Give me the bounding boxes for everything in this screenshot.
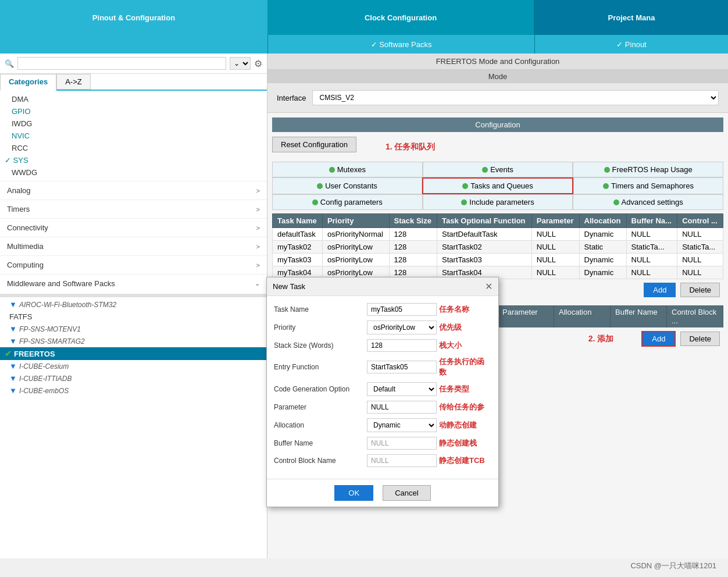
col-stack: Stack Size: [389, 214, 437, 228]
tab-mutexes[interactable]: Mutexes: [272, 162, 423, 177]
tab-advanced-settings[interactable]: Advanced settings: [573, 194, 723, 210]
tab-user-constants[interactable]: User Constants: [272, 177, 422, 194]
delete-button-1[interactable]: Delete: [680, 283, 720, 297]
sidebar-category-multimedia[interactable]: Multimedia >: [0, 237, 267, 255]
sw-item-cesium[interactable]: ▼ I-CUBE-Cesium: [0, 360, 267, 372]
entry-function-input[interactable]: [367, 361, 437, 373]
control-block-input[interactable]: [367, 454, 437, 467]
search-dropdown[interactable]: ⌄: [230, 57, 251, 70]
sidebar-item-iwdg[interactable]: IWDG: [0, 117, 267, 130]
tab-include-params[interactable]: Include parameters: [423, 194, 573, 210]
buffer-name-input[interactable]: [367, 437, 437, 450]
tab-heap-usage[interactable]: FreeRTOS Heap Usage: [573, 162, 723, 177]
priority-select[interactable]: osPriorityLow: [367, 320, 437, 334]
delete-button-2[interactable]: Delete: [680, 332, 720, 346]
sidebar-category-computing[interactable]: Computing >: [0, 255, 267, 274]
table-row[interactable]: defaultTaskosPriorityNormal128StartDefau…: [273, 228, 723, 241]
sidebar-item-rcc[interactable]: RCC: [0, 142, 267, 154]
sw-item-motenv[interactable]: ▼ FP-SNS-MOTENV1: [0, 323, 267, 335]
sw-item-fatfs[interactable]: FATFS: [0, 311, 267, 323]
col-ctrl: Control ...: [677, 214, 723, 228]
top-nav: Pinout & Configuration Clock Configurati…: [0, 0, 728, 35]
watermark: CSDN @一只大喵咪1201: [630, 561, 716, 571]
sw-item-airoc[interactable]: ▼ AIROC-Wi-Fi-Bluetooth-STM32: [0, 298, 267, 311]
dialog-ok-button[interactable]: OK: [334, 485, 373, 501]
check-icon: ✔: [5, 349, 12, 358]
col-task-name: Task Name: [273, 214, 323, 228]
search-input[interactable]: [17, 57, 226, 70]
gear-icon[interactable]: ⚙: [254, 58, 262, 69]
tab-az[interactable]: A->Z: [56, 74, 91, 90]
project-label: Project Mana: [608, 13, 655, 22]
interface-label: Interface: [277, 94, 306, 102]
sw-item-smartag[interactable]: ▼ FP-SNS-SMARTAG2: [0, 335, 267, 347]
allocation-select[interactable]: Dynamic: [367, 418, 437, 432]
table-row[interactable]: myTask03osPriorityLow128StartTask03NULLD…: [273, 254, 723, 266]
codegen-select[interactable]: Default: [367, 382, 437, 396]
new-task-dialog: New Task ✕ Task Name 任务名称 Priority osPri…: [266, 277, 499, 507]
tab-config-params[interactable]: Config parameters: [272, 194, 423, 210]
reset-config-button[interactable]: Reset Configuration: [272, 137, 356, 152]
dot-icon: [482, 167, 488, 173]
add-button-2[interactable]: Add: [641, 331, 676, 347]
tab-tasks-queues[interactable]: Tasks and Queues: [422, 177, 573, 194]
stack-size-input[interactable]: [367, 339, 437, 352]
dialog-footer: OK Cancel: [267, 479, 498, 507]
sw-item-ittiadb[interactable]: ▼ I-CUBE-ITTIADB: [0, 372, 267, 384]
content-header: FREERTOS Mode and Configuration: [267, 54, 728, 70]
sidebar-item-gpio[interactable]: GPIO: [0, 105, 267, 117]
bottom-col-alloc: Allocation: [554, 305, 611, 327]
dialog-row-parameter: Parameter 传给任务的参: [274, 401, 491, 414]
dialog-title-bar: New Task ✕: [267, 277, 498, 296]
dot-icon: [613, 200, 619, 205]
sidebar-item-nvic[interactable]: NVIC: [0, 130, 267, 142]
mode-header: Mode: [267, 70, 728, 83]
dialog-cancel-button[interactable]: Cancel: [383, 485, 430, 501]
software-packs-label: ✓ Software Packs: [371, 40, 432, 49]
bottom-col-param: Parameter: [498, 305, 554, 327]
tab-categories[interactable]: Categories: [0, 74, 56, 91]
tabs-row-1: Mutexes Events FreeRTOS Heap Usage: [272, 162, 723, 177]
dialog-row-taskname: Task Name 任务名称: [274, 303, 491, 316]
dot-icon: [604, 167, 610, 173]
dialog-row-allocation: Allocation Dynamic 动静态创建: [274, 418, 491, 432]
sidebar-item-wwdg[interactable]: WWDG: [0, 166, 267, 179]
sidebar-category-analog[interactable]: Analog >: [0, 181, 267, 200]
sidebar-search-area: 🔍 ⌄ ⚙: [0, 54, 267, 74]
clock-tab[interactable]: Clock Configuration: [267, 0, 535, 35]
sidebar-item-sys[interactable]: ✓ SYS: [0, 154, 267, 166]
dialog-row-entry: Entry Function 任务执行的函数: [274, 357, 491, 377]
sidebar-tabs: Categories A->Z: [0, 74, 267, 91]
tab-events[interactable]: Events: [423, 162, 573, 177]
download-icon: ▼: [9, 325, 17, 333]
task-name-input[interactable]: [367, 303, 437, 316]
sw-item-embos[interactable]: ▼ I-CUBE-embOS: [0, 384, 267, 397]
mode-body: Interface CMSIS_V2: [267, 83, 728, 112]
table-header-row: Task Name Priority Stack Size Task Optio…: [273, 214, 723, 228]
pinout-label: Pinout & Configuration: [92, 13, 175, 22]
sw-item-freertos[interactable]: ✔ FREERTOS: [0, 347, 267, 360]
bottom-col-ctrl: Control Block ...: [667, 305, 723, 327]
download-icon: ▼: [9, 362, 17, 371]
sub-nav: ✓ Software Packs ✓ Pinout: [0, 35, 728, 54]
software-packs-link[interactable]: ✓ Software Packs: [267, 35, 535, 54]
chevron-right-icon: >: [256, 206, 260, 213]
sidebar-system-list: DMA GPIO IWDG NVIC RCC ✓ SYS WWDG: [0, 91, 267, 181]
table-row[interactable]: myTask02osPriorityLow128StartTask02NULLS…: [273, 241, 723, 254]
pinout-link[interactable]: ✓ Pinout: [535, 35, 728, 54]
project-tab[interactable]: Project Mana: [535, 0, 728, 35]
add-button-1[interactable]: Add: [644, 283, 676, 297]
tab-timers-semaphores[interactable]: Timers and Semaphores: [573, 177, 723, 194]
dialog-row-codegen: Code Generation Option Default 任务类型: [274, 382, 491, 396]
pinout-tab[interactable]: Pinout & Configuration: [0, 0, 267, 35]
dialog-close-button[interactable]: ✕: [485, 281, 493, 292]
parameter-input[interactable]: [367, 401, 437, 414]
sidebar-item-dma[interactable]: DMA: [0, 93, 267, 105]
bottom-col-bufname: Buffer Name: [611, 305, 667, 327]
sidebar-category-timers[interactable]: Timers >: [0, 200, 267, 218]
dialog-body: Task Name 任务名称 Priority osPriorityLow 优先…: [267, 296, 498, 479]
tabs-row-3: Config parameters Include parameters Adv…: [272, 194, 723, 210]
sidebar-category-connectivity[interactable]: Connectivity >: [0, 218, 267, 237]
sidebar-category-middleware[interactable]: Middleware and Software Packs ⌄: [0, 274, 267, 293]
interface-select[interactable]: CMSIS_V2: [312, 90, 719, 105]
